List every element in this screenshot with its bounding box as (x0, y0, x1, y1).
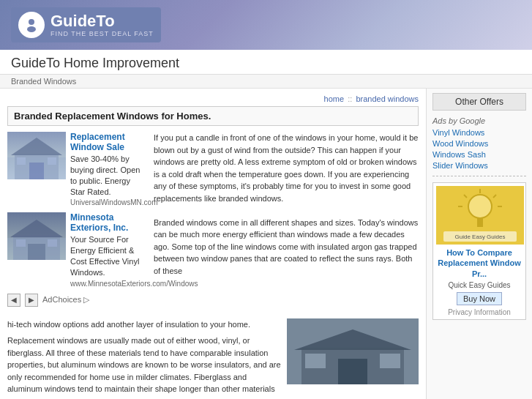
svg-rect-20 (477, 218, 483, 227)
sidebar-ad-box: Guide Easy Guides How To Compare Replace… (432, 182, 526, 320)
article-right-col: If you put a candle in front of one of t… (154, 132, 419, 313)
ad-url-2: www.MinnesotaExteriors.com/Windows (70, 280, 146, 288)
logo-title: GuideTo (50, 12, 154, 30)
content-area: home :: branded windows Branded Replacem… (0, 89, 426, 399)
page-title-bar: GuideTo Home Improvement (0, 50, 532, 75)
sidebar-link-slider[interactable]: Slider Windows (432, 161, 526, 170)
nav-separator: :: (348, 94, 352, 103)
ads-col: Replacement Window Sale Save 30-40% by b… (7, 132, 146, 313)
nav-home-link[interactable]: home (324, 94, 345, 103)
other-offers-heading: Other Offers (432, 93, 526, 111)
adchoices-bar: ◀ ▶ AdChoices ▷ (7, 294, 146, 307)
svg-rect-10 (16, 239, 26, 247)
ads-by-google: Ads by Google (432, 116, 526, 125)
ad-title-2[interactable]: Minnesota Exteriors, Inc. (70, 212, 146, 233)
breadcrumb-bar: Branded Windows (0, 75, 532, 89)
svg-rect-15 (338, 359, 367, 384)
header: GuideTo FIND THE BEST DEAL FAST (0, 0, 532, 50)
ad-text-1: Replacement Window Sale Save 30-40% by b… (70, 132, 146, 206)
sidebar: Other Offers Ads by Google Vinyl Windows… (426, 89, 532, 399)
ad-url-1: UniversalWindowsMN.com (70, 198, 146, 206)
adchoices-label[interactable]: AdChoices ▷ (42, 295, 89, 305)
svg-rect-5 (17, 157, 26, 165)
sidebar-buy-btn[interactable]: Buy Now (457, 292, 502, 305)
logo-icon (18, 12, 45, 38)
ad-desc-1: Save 30-40% by buying direct. Open to pu… (70, 154, 146, 197)
svg-marker-8 (10, 220, 63, 237)
svg-text:Guide Easy Guides: Guide Easy Guides (455, 234, 506, 240)
ad-text-2: Minnesota Exteriors, Inc. Your Source Fo… (70, 212, 146, 287)
sidebar-ad-image: Guide Easy Guides (436, 186, 524, 245)
bottom-image (287, 318, 419, 384)
ad-item-1: Replacement Window Sale Save 30-40% by b… (7, 132, 146, 206)
sidebar-divider (432, 176, 526, 176)
bottom-section: hi-tech window options add another layer… (7, 318, 419, 395)
svg-rect-11 (48, 239, 57, 247)
svg-point-1 (27, 26, 36, 32)
svg-rect-9 (28, 244, 45, 260)
ad-next-btn[interactable]: ▶ (25, 294, 38, 307)
logo-subtitle: FIND THE BEST DEAL FAST (50, 30, 154, 37)
svg-rect-16 (305, 354, 326, 368)
section-heading: Branded Replacement Windows for Homes. (7, 106, 419, 126)
page-title: GuideTo Home Improvement (11, 56, 521, 71)
logo-box[interactable]: GuideTo FIND THE BEST DEAL FAST (11, 7, 161, 42)
svg-rect-7 (13, 236, 60, 260)
sidebar-link-vinyl[interactable]: Vinyl Windows (432, 128, 526, 137)
sidebar-ad-title[interactable]: How To Compare Replacement Window Pr... (436, 247, 522, 279)
sidebar-quick-label: Quick Easy Guides (436, 281, 522, 289)
ad-item-2: Minnesota Exteriors, Inc. Your Source Fo… (7, 212, 146, 287)
svg-point-19 (468, 195, 492, 218)
svg-marker-3 (11, 138, 62, 155)
logo-text: GuideTo FIND THE BEST DEAL FAST (50, 12, 154, 37)
nav-links: home :: branded windows (7, 94, 419, 103)
sidebar-link-sash[interactable]: Windows Sash (432, 150, 526, 159)
svg-rect-4 (29, 163, 44, 179)
breadcrumb-text: Branded Windows (11, 77, 76, 86)
article-right-text: If you put a candle in front of one of t… (154, 132, 419, 277)
main-layout: home :: branded windows Branded Replacem… (0, 89, 532, 399)
svg-rect-2 (15, 154, 59, 179)
sidebar-link-wood[interactable]: Wood Windows (432, 139, 526, 148)
nav-current-link[interactable]: branded windows (356, 94, 419, 103)
ad-prev-btn[interactable]: ◀ (7, 294, 20, 307)
svg-point-0 (29, 19, 34, 25)
ad-image-1 (7, 132, 66, 179)
ad-image-2 (7, 212, 66, 260)
sidebar-privacy[interactable]: Privacy Information (436, 308, 522, 316)
svg-rect-6 (48, 157, 56, 165)
two-col: Replacement Window Sale Save 30-40% by b… (7, 132, 419, 313)
svg-rect-17 (380, 354, 400, 368)
ad-desc-2: Your Source For Energy Efficient & Cost … (70, 234, 146, 277)
ad-title-1[interactable]: Replacement Window Sale (70, 132, 146, 152)
